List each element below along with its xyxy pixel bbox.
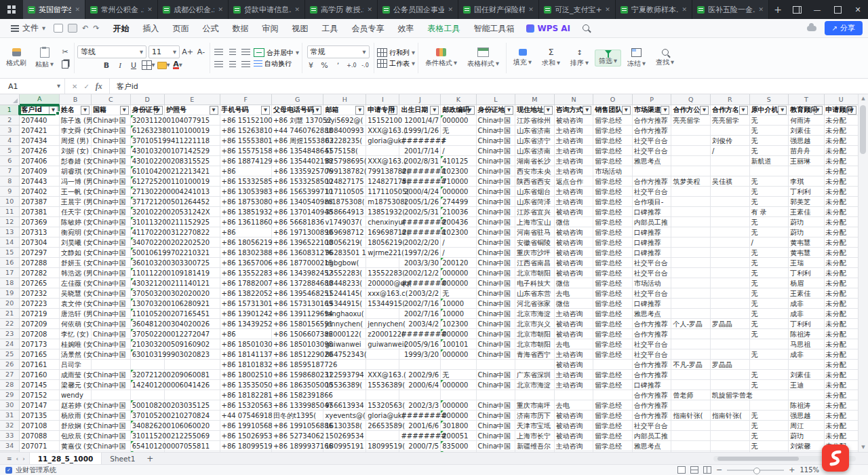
cell[interactable]: 207282 (20, 268, 60, 278)
cell[interactable]: 610104200212213421 (131, 166, 165, 176)
normal-view-icon[interactable] (677, 466, 686, 474)
cell[interactable] (711, 268, 750, 278)
cell[interactable] (366, 349, 399, 360)
cell[interactable]: 未分配 (825, 227, 859, 238)
wrap-text-button[interactable]: 自动换行 (254, 59, 299, 69)
cell[interactable]: 207071 (20, 441, 60, 451)
cell[interactable]: 未分配 (825, 299, 859, 309)
cell[interactable]: 亮亮留学 (711, 115, 750, 126)
cell[interactable] (671, 207, 711, 217)
cell[interactable] (165, 136, 220, 146)
cell[interactable]: ######## (399, 136, 441, 146)
cell[interactable]: 18056219( (323, 238, 366, 248)
cell[interactable]: m1875308( (366, 197, 399, 207)
cell[interactable]: 2002/2/20 (399, 238, 441, 248)
cell[interactable]: 207440 (20, 115, 60, 126)
cell[interactable]: 留学总经 (593, 319, 633, 329)
cell[interactable]: 710000 (441, 451, 476, 452)
cell[interactable]: 成雨莹 (女 (60, 370, 92, 380)
cell[interactable]: 刘素佳 (789, 370, 824, 380)
cell[interactable] (750, 390, 789, 400)
cell[interactable] (750, 166, 789, 176)
cell[interactable] (165, 309, 220, 319)
italic-button[interactable]: I (115, 60, 126, 71)
cell[interactable]: XXX@163.( (366, 370, 399, 380)
cell[interactable]: 未分配 (825, 115, 859, 126)
cell[interactable]: ######## (399, 411, 441, 421)
cell[interactable]: 未分配 (825, 187, 859, 197)
cell[interactable] (671, 431, 711, 441)
cell[interactable]: 207208 (20, 329, 60, 339)
cell[interactable]: 杨眉 (789, 278, 824, 288)
cell[interactable]: China中国 (477, 197, 516, 207)
cell[interactable]: 成非 (789, 349, 824, 360)
cell[interactable]: +86 15319918 (220, 451, 272, 452)
row-header[interactable]: 14 (0, 238, 20, 248)
menu-item[interactable]: 效率 (391, 20, 420, 37)
cell[interactable]: 山东省济南 (515, 126, 555, 136)
cell[interactable]: China中国 (92, 309, 131, 319)
cell[interactable]: 15536389( (366, 380, 399, 390)
cell[interactable]: ######## (399, 431, 441, 441)
cell[interactable] (399, 390, 441, 400)
cell[interactable]: 2003/2/2 (399, 288, 441, 299)
cell[interactable] (711, 309, 750, 319)
cell[interactable] (671, 126, 711, 136)
redo-icon[interactable]: ↷ (93, 24, 99, 33)
cell[interactable]: China中国 (477, 166, 516, 176)
cell[interactable] (323, 390, 366, 400)
menu-item[interactable]: 公式 (195, 20, 225, 37)
paste-button[interactable]: 粘贴▼ (32, 47, 57, 70)
cell[interactable]: 钦冰 (789, 451, 824, 452)
zoom-slider[interactable] (727, 470, 784, 471)
header-cell[interactable]: ▼合作方公 (671, 105, 711, 115)
zoom-out-button[interactable]: − (716, 466, 722, 474)
cell[interactable]: 刘俊伶 (711, 136, 750, 146)
header-cell[interactable]: ▼出生日期 (399, 105, 441, 115)
cell[interactable]: 未分配 (825, 390, 859, 400)
cell[interactable]: ######## (399, 227, 441, 238)
cell[interactable]: v1749037( (323, 217, 366, 227)
cell[interactable]: 留学总经 (593, 187, 633, 197)
filter-button[interactable]: ▼ (430, 106, 439, 115)
cell[interactable]: 主动咨询 (555, 126, 594, 136)
row-header[interactable]: 35 (0, 451, 20, 452)
row-header[interactable]: 31 (0, 411, 20, 421)
cell[interactable]: 未分配 (825, 400, 859, 411)
cell[interactable]: 社交平台合 (633, 339, 672, 349)
cell[interactable]: 山东省烟台 (515, 187, 555, 197)
cell[interactable]: 社交平台合 (633, 288, 672, 299)
cell[interactable]: 被动咨询 (555, 248, 594, 258)
cell[interactable] (477, 360, 516, 370)
cell[interactable]: 2003/4/2 (399, 319, 441, 329)
cell[interactable]: 留学总经 (593, 451, 633, 452)
font-size-select[interactable]: 11 ▼ (149, 45, 180, 58)
next-sheet-icon[interactable]: › (22, 455, 25, 462)
row-header[interactable]: 34 (0, 441, 20, 451)
cell[interactable]: 207147 (20, 400, 60, 411)
column-header-Q[interactable]: Q (671, 94, 711, 105)
document-tab[interactable]: 常州公积金 .xlsx✕ (85, 0, 158, 19)
cell[interactable]: 2005/1/26 (399, 197, 441, 207)
column-header-S[interactable]: S (750, 94, 789, 105)
cell[interactable] (165, 197, 220, 207)
cell[interactable]: 未分配 (825, 288, 859, 299)
cell[interactable]: +86 1339985047 (272, 400, 323, 411)
cell[interactable]: 612632380110100019 (131, 126, 165, 136)
cell[interactable]: 留学总经 (593, 258, 633, 268)
cell[interactable]: 2002/9/6 (399, 370, 441, 380)
cell[interactable]: 150269534 (323, 431, 366, 441)
cell[interactable]: 207073 (20, 451, 60, 452)
cell[interactable] (671, 370, 711, 380)
cell[interactable]: 田冬的t1395( (272, 411, 323, 421)
filter-button[interactable]: ▼ (120, 106, 129, 115)
cell[interactable]: 169698712 (323, 227, 366, 238)
cell[interactable]: 北京市兴义 (515, 319, 555, 329)
cell[interactable]: China中国 (92, 227, 131, 238)
cell[interactable]: 13552283( (366, 268, 399, 278)
cell[interactable]: 2003/3/30 (399, 258, 441, 268)
cell[interactable] (165, 370, 220, 380)
header-cell[interactable]: ▼护照号 (165, 105, 220, 115)
cell[interactable]: China中国 (477, 248, 516, 258)
red-s-floating-logo[interactable] (822, 444, 849, 472)
